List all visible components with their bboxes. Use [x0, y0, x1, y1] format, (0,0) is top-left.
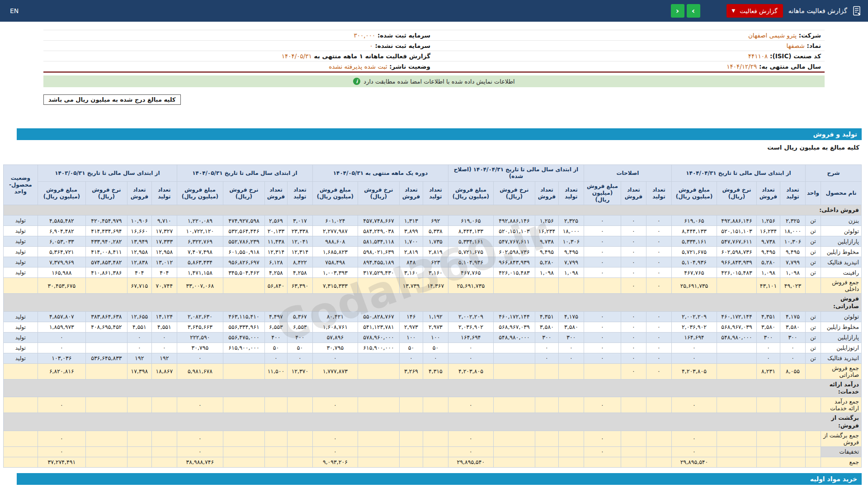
- production-sales-table: شرحاز ابتدای سال مالی تا تاریخ ۱۴۰۴/۰۴/۳…: [3, 164, 862, 468]
- value-cell: ۲۹,۸۹۵,۵۴۰: [448, 457, 493, 467]
- value-cell: ۴۵۷,۷۴۸,۶۶۷: [358, 216, 399, 226]
- value-cell: ۰: [621, 226, 646, 236]
- value-cell: ۴,۱۷۵: [780, 311, 805, 322]
- value-cell: ۰: [38, 332, 85, 343]
- status-cell: تولید: [3, 322, 38, 332]
- report-type-button[interactable]: گزارش فعالیت ▼: [726, 4, 783, 18]
- value-cell: ۸۴۸: [399, 257, 423, 267]
- value-cell: ۰: [671, 446, 717, 457]
- value-cell: ۰: [646, 267, 671, 278]
- value-cell: ۶,۹۰۴,۴۸۲: [38, 226, 85, 236]
- value-cell: ۴۹,۰۲۳: [780, 278, 805, 294]
- value-cell: [756, 397, 780, 413]
- value-cell: ۳,۱۶۰: [399, 267, 423, 278]
- value-cell: ۹,۷۳۸: [535, 236, 558, 247]
- column-header: تعداد تولید: [780, 182, 805, 205]
- value-cell: ۰: [558, 343, 584, 353]
- raw-materials-title: خرید مواد اولیه: [810, 475, 857, 483]
- value-cell: ۳۴۵,۵۰۴,۴۶۲: [223, 267, 264, 278]
- value-cell: [85, 278, 127, 294]
- value-cell: ۰: [621, 247, 646, 257]
- value-cell: ۵,۸۶۳,۴۳۴: [177, 257, 223, 267]
- unit-cell: تن: [805, 343, 821, 353]
- value-cell: ۱۶۴,۶۹۴: [671, 332, 717, 343]
- value-cell: ۹,۰۹۳,۲۰۶: [312, 457, 358, 467]
- million-rial-note: کلیه مبالغ به میلیون ریال است: [17, 141, 862, 154]
- column-header: تعداد فروش: [399, 182, 423, 205]
- info-value: ۴۴۱۱۰۸: [748, 52, 768, 60]
- report-icon: [853, 6, 862, 16]
- value-cell: ۱۷,۳۲۷: [151, 226, 177, 236]
- value-cell: ۳۳,۰۰۷,۰۶۸: [177, 278, 223, 294]
- value-cell: ۰: [584, 446, 621, 457]
- table-row: پارازایلینتن۳۰۰۳۰۰۵۴۸,۹۸۰,۰۰۰۱۶۴,۶۹۴۰۰۰۳…: [3, 332, 861, 343]
- info-label: گزارش فعالیت ماهانه ۱ ماهه منتهی به: [312, 52, 430, 60]
- value-cell: [423, 457, 448, 467]
- value-cell: ۰: [646, 353, 671, 363]
- value-cell: [287, 397, 312, 413]
- info-row: شرکت: پترو شیمی اصفهانسرمایه ثبت شده: ۳۰…: [43, 30, 825, 41]
- section-cell: برگشت از فروش:: [3, 413, 861, 431]
- group-header-4: از ابتدای سال مالی تا تاریخ ۱۴۰۴/۰۵/۳۱: [177, 165, 312, 182]
- column-header: مبلغ فروش (میلیون ریال): [448, 182, 493, 205]
- value-cell: ۸,۴۲۲: [287, 257, 312, 267]
- value-cell: ۰: [423, 353, 448, 363]
- value-cell: [756, 446, 780, 457]
- language-toggle[interactable]: EN: [10, 7, 19, 14]
- value-cell: ۱۱,۵۰۰: [264, 363, 287, 379]
- value-cell: ۹,۷۱۰: [151, 216, 177, 226]
- column-header: تعداد فروش: [621, 182, 646, 205]
- value-cell: ۵,۲۸۰: [756, 257, 780, 267]
- value-cell: ۸,۴۴۴,۱۳۳: [448, 226, 493, 236]
- group-header-5: از ابتدای سال مالی تا تاریخ ۱۴۰۳/۰۵/۳۱: [38, 165, 177, 182]
- table-row: رافینتتن۱,۰۹۸۱,۰۹۸۴۲۶,۰۱۵,۴۸۳۴۶۷,۷۶۵۰۰۰۱…: [3, 267, 861, 278]
- value-cell: ۲,۰۰۲,۲۰۹: [671, 311, 717, 322]
- value-cell: ۱,۷۰۰: [399, 236, 423, 247]
- value-cell: ۰: [584, 267, 621, 278]
- info-row: سال مالی منتهی به: ۱۴۰۴/۱۲/۲۹وضعیت ناشر:…: [43, 61, 825, 72]
- value-cell: ۴۷۴,۹۲۷,۵۹۸: [223, 216, 264, 226]
- value-cell: ۱,۰۹۸: [535, 267, 558, 278]
- value-cell: ۰: [584, 257, 621, 267]
- value-cell: ۰: [621, 343, 646, 353]
- value-cell: ۴,۳۱۵: [423, 363, 448, 379]
- product-name-cell: جمع درآمد ارائه خدمات: [821, 397, 862, 413]
- info-value: ۱۴۰۴/۱۲/۲۹: [726, 63, 757, 70]
- value-cell: ۳۸۳,۸۶۴,۶۳۸: [85, 311, 127, 322]
- value-cell: ۱۶۵,۹۸۸: [38, 267, 85, 278]
- section-label: درآمد ارائه خدمات:: [816, 381, 859, 396]
- value-cell: ۰: [621, 332, 646, 343]
- value-cell: ۲۳,۳۳۸: [287, 226, 312, 236]
- info-value: ۰: [369, 42, 373, 49]
- prev-month-button[interactable]: ‹: [671, 4, 684, 18]
- value-cell: ۶۱۹,۰۶۵: [448, 216, 493, 226]
- value-cell: ۴,۵۵۱: [151, 322, 177, 332]
- section-label: برگشت از فروش:: [816, 414, 859, 429]
- value-cell: ۰: [177, 446, 223, 457]
- value-cell: ۰: [264, 353, 287, 363]
- info-cell: سرمایه ثبت نشده: ۰: [43, 41, 434, 51]
- value-cell: ۳,۶۴۵,۶۶۳: [177, 322, 223, 332]
- chevron-down-icon: ▼: [732, 9, 736, 13]
- value-cell: ۱,۶۰۸,۷۶۱: [312, 322, 358, 332]
- column-header: تعداد تولید: [287, 182, 312, 205]
- value-cell: ۰: [399, 353, 423, 363]
- next-month-button[interactable]: ›: [687, 4, 700, 18]
- info-value[interactable]: پترو شیمی اصفهان: [748, 32, 797, 39]
- value-cell: ۹۶۶,۸۴۳,۹۳۹: [717, 257, 756, 267]
- value-cell: [717, 363, 756, 379]
- value-cell: ۶,۸۲۰,۸۱۶: [38, 363, 85, 379]
- value-cell: ۱۲,۳۱۴: [287, 247, 312, 257]
- unit-cell: تن: [805, 247, 821, 257]
- value-cell: ۰: [448, 343, 493, 353]
- value-cell: [646, 457, 671, 467]
- production-sales-section: تولید و فروش کلیه مبالغ به میلیون ریال ا…: [0, 128, 868, 485]
- value-cell: ۷,۷۹۹: [558, 257, 584, 267]
- value-cell: ۰: [177, 397, 223, 413]
- info-row: نماد: شصفهاسرمایه ثبت نشده: ۰: [43, 41, 825, 51]
- value-cell: ۱۰۳,۰۳۶: [38, 353, 85, 363]
- value-cell: [358, 446, 399, 457]
- value-cell: ۲,۸۱۹: [399, 247, 423, 257]
- product-name-cell: ارتوزایلین: [821, 343, 862, 353]
- value-cell: ۵۸۱,۵۳۴,۱۱۸: [358, 236, 399, 247]
